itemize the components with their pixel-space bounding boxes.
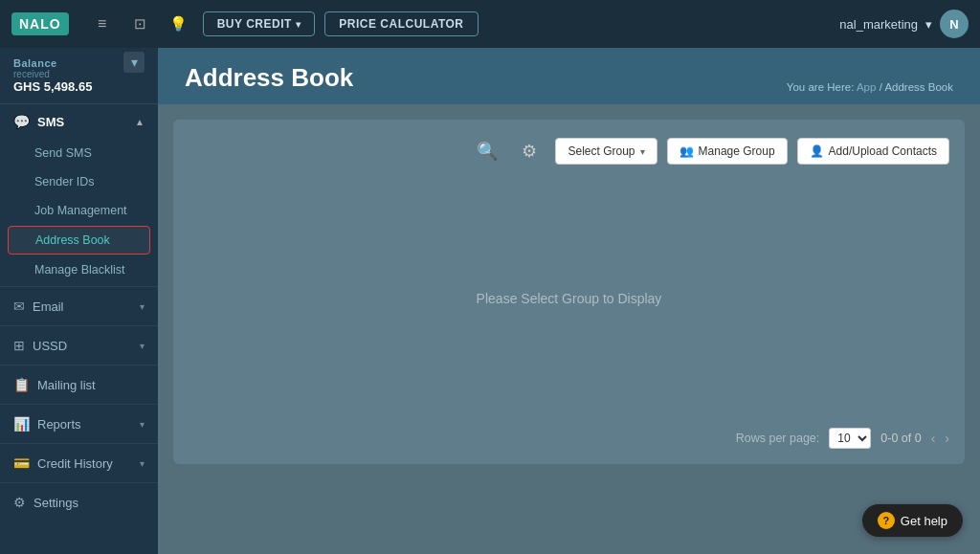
email-label: Email [33, 299, 64, 314]
manage-blacklist-label: Manage Blacklist [34, 263, 125, 277]
credit-history-expand-icon: ▾ [140, 458, 145, 469]
empty-state-message: Please Select Group to Display [189, 179, 949, 418]
card-settings-button[interactable]: ⚙ [513, 135, 546, 167]
hamburger-icon: ≡ [98, 15, 106, 33]
email-expand-icon: ▾ [140, 301, 145, 312]
avatar: N [940, 10, 969, 38]
sms-expand-icon: ▲ [135, 117, 145, 127]
address-book-card: 🔍 ⚙ Select Group ▾ 👥 Manage Group 👤 [173, 120, 965, 464]
divider-2 [0, 325, 158, 326]
price-calculator-label: PRICE CALCULATOR [339, 17, 463, 31]
breadcrumb-current: Address Book [884, 81, 953, 93]
sidebar-item-manage-blacklist[interactable]: Manage Blacklist [0, 255, 158, 284]
help-button[interactable]: ? Get help [862, 504, 963, 537]
select-group-label: Select Group [568, 144, 635, 158]
rows-per-page-label: Rows per page: [736, 432, 820, 445]
breadcrumb-sep: / [880, 81, 882, 93]
content-area: Address Book You are Here: App / Address… [158, 48, 980, 554]
ussd-icon: ⊞ [13, 338, 25, 353]
page-title: Address Book [185, 63, 353, 93]
pagination-info: 0-0 of 0 [880, 432, 921, 445]
sidebar: Balance received GHS 5,498.65 ▾ 💬 SMS ▲ … [0, 48, 158, 554]
sms-label: SMS [37, 115, 64, 129]
menu-toggle-button[interactable]: ≡ [88, 10, 117, 38]
email-icon: ✉ [13, 299, 25, 314]
empty-text: Please Select Group to Display [477, 291, 662, 306]
user-caret-icon: ▾ [925, 17, 932, 32]
breadcrumb-prefix: You are Here: [787, 81, 855, 93]
username-label: nal_marketing [839, 17, 918, 32]
scan-icon: ⊡ [134, 15, 146, 33]
sidebar-item-sender-ids[interactable]: Sender IDs [0, 167, 158, 196]
sidebar-item-address-book[interactable]: Address Book [8, 226, 150, 255]
address-book-label: Address Book [35, 233, 110, 247]
sidebar-item-credit-history[interactable]: 💳 Credit History ▾ [0, 446, 158, 480]
credit-history-label: Credit History [37, 456, 113, 471]
bulb-button[interactable]: 💡 [165, 10, 193, 38]
scan-button[interactable]: ⊡ [126, 10, 155, 38]
reports-label: Reports [37, 417, 81, 432]
select-group-button[interactable]: Select Group ▾ [555, 138, 657, 165]
balance-amount: GHS 5,498.65 [13, 79, 92, 94]
divider-1 [0, 286, 158, 287]
sender-ids-label: Sender IDs [34, 175, 95, 188]
sidebar-section-sms: 💬 SMS ▲ Send SMS Sender IDs Job Manageme… [0, 104, 158, 284]
breadcrumb: You are Here: App / Address Book [787, 81, 953, 93]
add-contacts-button[interactable]: 👤 Add/Upload Contacts [797, 138, 949, 165]
mailing-list-label: Mailing list [37, 378, 96, 392]
price-calculator-button[interactable]: PRICE CALCULATOR [324, 11, 478, 36]
card-toolbar: 🔍 ⚙ Select Group ▾ 👥 Manage Group 👤 [189, 135, 949, 167]
ussd-expand-icon: ▾ [140, 341, 145, 351]
buy-credit-button[interactable]: BUY CREDIT ▾ [203, 11, 316, 36]
select-group-caret: ▾ [640, 146, 645, 157]
reports-icon: 📊 [13, 416, 30, 432]
divider-4 [0, 404, 158, 405]
divider-3 [0, 365, 158, 366]
balance-received-label: received [13, 69, 92, 79]
divider-5 [0, 443, 158, 444]
settings-label: Settings [33, 496, 78, 510]
sidebar-item-email[interactable]: ✉ Email ▾ [0, 289, 158, 323]
main-layout: Balance received GHS 5,498.65 ▾ 💬 SMS ▲ … [0, 48, 980, 554]
rows-per-page-select[interactable]: 10 25 50 [829, 428, 871, 449]
job-management-label: Job Management [34, 204, 127, 217]
content-header: Address Book You are Here: App / Address… [158, 48, 980, 104]
logo: NALO [11, 12, 69, 35]
buy-credit-label: BUY CREDIT [217, 17, 292, 31]
search-icon: 🔍 [477, 141, 498, 162]
sidebar-item-send-sms[interactable]: Send SMS [0, 139, 158, 167]
sidebar-item-ussd[interactable]: ⊞ USSD ▾ [0, 328, 158, 363]
pagination-next-button[interactable]: › [945, 431, 949, 446]
mailing-list-icon: 📋 [13, 377, 30, 392]
search-button[interactable]: 🔍 [471, 135, 503, 167]
add-contacts-icon: 👤 [810, 144, 824, 158]
sidebar-item-mailing-list[interactable]: 📋 Mailing list [0, 367, 158, 402]
bulb-icon: 💡 [169, 15, 188, 33]
sms-icon: 💬 [13, 114, 30, 129]
content-body: 🔍 ⚙ Select Group ▾ 👥 Manage Group 👤 [158, 104, 980, 554]
card-settings-icon: ⚙ [522, 141, 537, 162]
send-sms-label: Send SMS [34, 146, 92, 160]
balance-expand-button[interactable]: ▾ [123, 52, 145, 73]
navbar: NALO ≡ ⊡ 💡 BUY CREDIT ▾ PRICE CALCULATOR… [0, 0, 980, 48]
divider-6 [0, 482, 158, 483]
manage-group-label: Manage Group [699, 144, 775, 158]
add-contacts-label: Add/Upload Contacts [829, 144, 937, 158]
breadcrumb-app-link[interactable]: App [857, 81, 876, 93]
ussd-label: USSD [33, 339, 67, 353]
sidebar-item-sms[interactable]: 💬 SMS ▲ [0, 104, 158, 139]
credit-history-icon: 💳 [13, 455, 30, 471]
manage-group-icon: 👥 [679, 144, 694, 158]
pagination-prev-button[interactable]: ‹ [931, 431, 936, 446]
manage-group-button[interactable]: 👥 Manage Group [667, 138, 788, 165]
buy-credit-caret: ▾ [296, 19, 301, 30]
sidebar-item-job-management[interactable]: Job Management [0, 196, 158, 225]
help-label: Get help [901, 514, 947, 528]
reports-expand-icon: ▾ [140, 419, 145, 430]
balance-section: Balance received GHS 5,498.65 ▾ [0, 48, 158, 104]
sidebar-item-settings[interactable]: ⚙ Settings [0, 485, 158, 520]
sidebar-item-reports[interactable]: 📊 Reports ▾ [0, 407, 158, 441]
user-menu[interactable]: nal_marketing ▾ N [839, 10, 969, 38]
card-footer: Rows per page: 10 25 50 0-0 of 0 ‹ › [189, 418, 949, 449]
balance-label: Balance [13, 57, 92, 69]
